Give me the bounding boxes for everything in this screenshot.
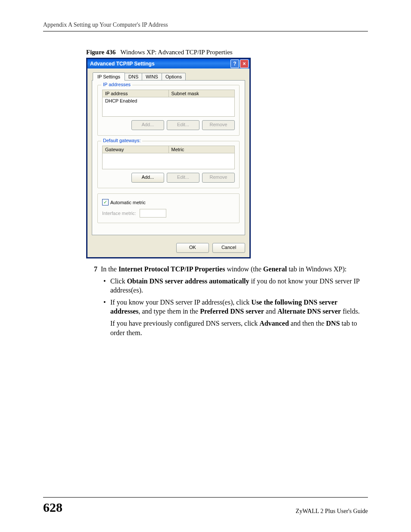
bullet-1: • Click Obtain DNS server address automa… — [103, 277, 364, 295]
help-icon[interactable]: ? — [230, 59, 239, 68]
tab-panel: IP addresses IP address Subnet mask DHCP… — [92, 80, 245, 235]
instructions: 7 In the Internet Protocol TCP/IP Proper… — [86, 264, 364, 337]
figure-label: Figure 436 — [86, 49, 115, 56]
b2-bold2: Preferred DNS server — [200, 308, 264, 315]
b2b-mid: and then the — [289, 320, 326, 327]
tab-ip-settings[interactable]: IP Settings — [93, 72, 125, 81]
b2-post: fields. — [341, 308, 360, 315]
ip-addresses-group: IP addresses IP address Subnet mask DHCP… — [97, 85, 240, 136]
col-ip-address: IP address — [103, 90, 169, 97]
col-metric: Metric — [169, 146, 235, 153]
tabs-row: IP Settings DNS WINS Options — [92, 72, 245, 80]
col-gateway: Gateway — [103, 146, 169, 153]
ip-list-header: IP address Subnet mask — [102, 90, 235, 97]
b2-mid1: , and type them in the — [139, 308, 200, 315]
gw-add-button[interactable]: Add... — [131, 173, 164, 183]
appendix-header: Appendix A Setting up Your Computer's IP… — [43, 22, 368, 31]
page-footer: 628 ZyWALL 2 Plus User's Guide — [43, 497, 368, 515]
b2b-bold1: Advanced — [259, 320, 289, 327]
cancel-button[interactable]: Cancel — [212, 243, 245, 253]
default-gateways-legend: Default gateways: — [101, 138, 142, 143]
ip-row-dhcp: DHCP Enabled — [105, 98, 137, 103]
col-subnet-mask: Subnet mask — [169, 90, 235, 97]
bullet-2: • If you know your DNS server IP address… — [103, 298, 364, 337]
guide-name: ZyWALL 2 Plus User's Guide — [296, 508, 368, 515]
ip-remove-button: Remove — [202, 120, 235, 130]
step-number: 7 — [86, 264, 101, 274]
figure-caption: Figure 436 Windows XP: Advanced TCP/IP P… — [86, 49, 368, 56]
default-gateways-group: Default gateways: Gateway Metric Add... … — [97, 141, 240, 188]
ip-addresses-legend: IP addresses — [101, 82, 132, 87]
step-pre: In the — [101, 265, 118, 273]
gw-list-body[interactable] — [102, 153, 235, 169]
close-icon[interactable]: × — [240, 59, 249, 68]
dialog-title: Advanced TCP/IP Settings — [90, 61, 155, 67]
step-bold2: General — [263, 265, 287, 273]
b2b-bold2: DNS — [326, 320, 340, 327]
b1-bold: Obtain DNS server address automatically — [127, 277, 249, 285]
dialog-titlebar: Advanced TCP/IP Settings ? × — [87, 59, 249, 68]
tab-options[interactable]: Options — [162, 73, 186, 80]
gw-edit-button: Edit... — [167, 173, 199, 183]
ok-button[interactable]: OK — [176, 243, 209, 253]
ip-edit-button: Edit... — [167, 120, 199, 130]
step-bold1: Internet Protocol TCP/IP Properties — [118, 265, 225, 273]
step-mid: window (the — [225, 265, 263, 273]
figure-caption-text: Windows XP: Advanced TCP/IP Properties — [120, 49, 232, 56]
ip-list-body[interactable]: DHCP Enabled — [102, 97, 235, 117]
b2-pre: If you know your DNS server IP address(e… — [110, 299, 251, 306]
b2-bold3: Alternate DNS server — [277, 308, 341, 315]
step-post: tab in Windows XP): — [287, 265, 347, 273]
bullet-dot-icon: • — [103, 298, 110, 337]
step-text: In the Internet Protocol TCP/IP Properti… — [101, 264, 364, 274]
bullet-dot-icon: • — [103, 277, 110, 295]
b2b-pre: If you have previously configured DNS se… — [110, 320, 259, 327]
b1-pre: Click — [110, 277, 127, 285]
automatic-metric-checkbox[interactable]: ✓ — [102, 199, 109, 205]
gw-list-header: Gateway Metric — [102, 146, 235, 153]
tab-wins[interactable]: WINS — [142, 73, 162, 80]
b2-mid2: and — [264, 308, 277, 315]
gw-remove-button: Remove — [202, 173, 235, 183]
interface-metric-input — [140, 209, 166, 218]
interface-metric-label: Interface metric: — [102, 211, 136, 216]
advanced-tcpip-dialog: Advanced TCP/IP Settings ? × IP Settings… — [86, 58, 251, 258]
automatic-metric-label: Automatic metric — [110, 200, 146, 205]
metric-group: ✓ Automatic metric Interface metric: — [97, 193, 240, 223]
tab-dns[interactable]: DNS — [125, 73, 142, 80]
ip-add-button: Add... — [131, 120, 164, 130]
page-number: 628 — [43, 500, 62, 515]
